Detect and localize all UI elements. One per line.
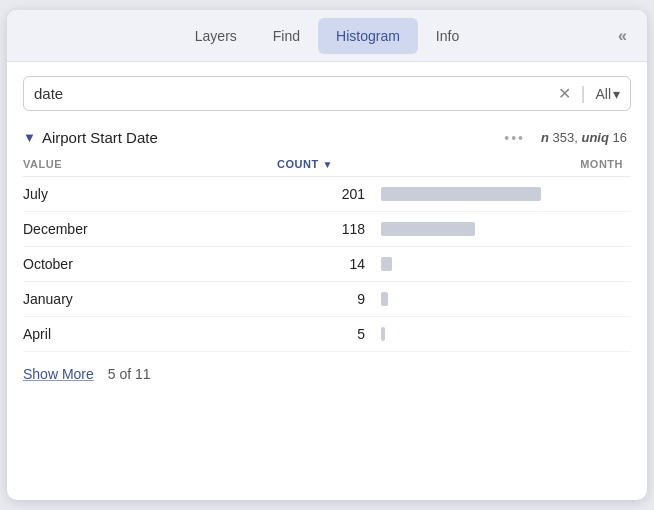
cell-bar — [377, 257, 631, 271]
chevron-down-icon: ▾ — [613, 86, 620, 102]
tabs-container: Layers Find Histogram Info — [15, 18, 639, 54]
bar-fill — [381, 292, 388, 306]
col-header-count[interactable]: CoUnT ▼ — [277, 158, 377, 170]
cell-count: 201 — [277, 186, 377, 202]
bar-fill — [381, 222, 475, 236]
tab-histogram[interactable]: Histogram — [318, 18, 418, 54]
tab-bar: Layers Find Histogram Info « — [7, 10, 647, 62]
bar-fill — [381, 327, 385, 341]
table-row: July 201 — [23, 177, 631, 212]
histogram-table: VALUE CoUnT ▼ MONTH July 201 December 11… — [7, 154, 647, 352]
table-header: VALUE CoUnT ▼ MONTH — [23, 154, 631, 177]
table-row: April 5 — [23, 317, 631, 352]
search-clear-icon[interactable]: ✕ — [558, 86, 571, 102]
cell-bar — [377, 327, 631, 341]
tab-info[interactable]: Info — [418, 18, 477, 54]
col-header-month: MONTH — [377, 158, 631, 170]
cell-value: December — [23, 221, 277, 237]
cell-count: 14 — [277, 256, 377, 272]
section-header: ▼ Airport Start Date ••• n 353, uniq 16 — [7, 117, 647, 154]
sort-arrow-icon: ▼ — [323, 159, 333, 170]
cell-value: April — [23, 326, 277, 342]
footer: Show More 5 of 11 — [7, 352, 647, 396]
col-header-value: VALUE — [23, 158, 277, 170]
show-more-button[interactable]: Show More — [23, 366, 94, 382]
tab-find[interactable]: Find — [255, 18, 318, 54]
bar-fill — [381, 257, 392, 271]
table-row: January 9 — [23, 282, 631, 317]
section-stats: n 353, uniq 16 — [541, 130, 627, 145]
cell-bar — [377, 222, 631, 236]
cell-count: 9 — [277, 291, 377, 307]
cell-value: January — [23, 291, 277, 307]
pagination-text: 5 of 11 — [108, 366, 151, 382]
table-row: December 118 — [23, 212, 631, 247]
search-bar: ✕ | All ▾ — [23, 76, 631, 111]
section-title: Airport Start Date — [42, 129, 504, 146]
bar-fill — [381, 187, 541, 201]
histogram-panel: Layers Find Histogram Info « ✕ | All ▾ ▼… — [7, 10, 647, 500]
cell-value: October — [23, 256, 277, 272]
cell-bar — [377, 292, 631, 306]
cell-bar — [377, 187, 631, 201]
search-all-dropdown[interactable]: All ▾ — [595, 86, 620, 102]
search-input[interactable] — [34, 85, 552, 102]
search-divider: | — [581, 83, 586, 104]
table-row: October 14 — [23, 247, 631, 282]
cell-count: 5 — [277, 326, 377, 342]
cell-value: July — [23, 186, 277, 202]
collapse-button[interactable]: « — [610, 23, 635, 49]
section-options-icon[interactable]: ••• — [504, 130, 525, 146]
tab-layers[interactable]: Layers — [177, 18, 255, 54]
section-toggle-icon[interactable]: ▼ — [23, 130, 36, 145]
cell-count: 118 — [277, 221, 377, 237]
